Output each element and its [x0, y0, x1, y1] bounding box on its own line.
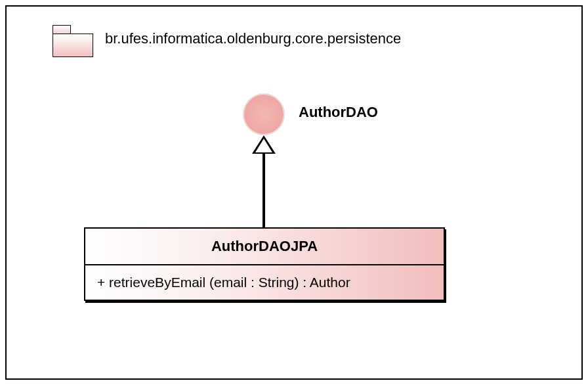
package-label: br.ufes.informatica.oldenburg.core.persi…: [105, 30, 401, 47]
interface-ball-icon: [243, 93, 285, 135]
realization-line: [262, 152, 265, 227]
package-icon: [52, 25, 93, 58]
class-name: AuthorDAOJPA: [85, 229, 444, 265]
package-body: [52, 34, 93, 57]
interface-name: AuthorDAO: [299, 104, 378, 121]
package-tab: [52, 25, 71, 34]
class-operation: + retrieveByEmail (email : String) : Aut…: [85, 265, 444, 300]
class-box: AuthorDAOJPA + retrieveByEmail (email : …: [84, 227, 445, 301]
diagram-frame: br.ufes.informatica.oldenburg.core.persi…: [5, 5, 583, 380]
realization-arrowhead-fill: [255, 139, 272, 152]
